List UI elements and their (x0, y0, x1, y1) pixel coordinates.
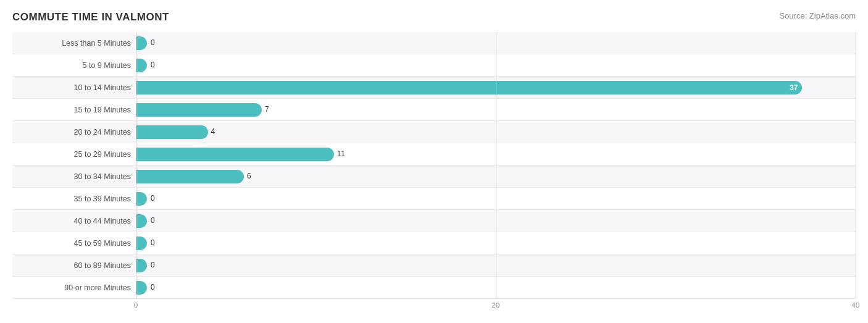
bar-fill (136, 59, 147, 72)
bar-row: 40 to 44 Minutes0 (12, 210, 856, 232)
bar-value: 0 (151, 216, 155, 225)
bar-label: 10 to 14 Minutes (12, 83, 136, 92)
bar-fill (136, 259, 147, 272)
bar-track: 11 (136, 148, 856, 161)
bar-row: 30 to 34 Minutes6 (12, 166, 856, 188)
bar-value: 6 (247, 172, 251, 180)
bar-value: 37 (790, 83, 798, 92)
bar-row: 45 to 59 Minutes0 (12, 232, 856, 254)
bar-fill (136, 148, 334, 161)
bar-track: 0 (136, 36, 856, 50)
bar-label: 20 to 24 Minutes (12, 128, 136, 136)
bar-track: 6 (136, 170, 856, 183)
bar-track: 0 (136, 214, 856, 228)
bar-track: 0 (136, 192, 856, 206)
chart-title: COMMUTE TIME IN VALMONT (12, 11, 169, 23)
bar-value: 7 (265, 105, 269, 114)
bar-value: 0 (151, 194, 155, 203)
bar-label: 30 to 34 Minutes (12, 172, 136, 181)
bar-track: 7 (136, 103, 856, 117)
bar-label: 90 or more Minutes (12, 283, 136, 292)
bar-row: 60 to 89 Minutes0 (12, 254, 856, 277)
chart-container: COMMUTE TIME IN VALMONT Source: ZipAtlas… (0, 0, 868, 323)
bar-track: 0 (136, 259, 856, 272)
bar-track: 37 (136, 81, 856, 94)
bar-label: 45 to 59 Minutes (12, 239, 136, 248)
bar-fill (136, 36, 147, 50)
bar-value: 11 (337, 149, 345, 158)
bar-value: 0 (151, 61, 155, 69)
bar-value: 0 (151, 38, 155, 47)
bar-label: 15 to 19 Minutes (12, 106, 136, 114)
bar-label: 35 to 39 Minutes (12, 195, 136, 203)
x-tick: 20 (492, 301, 500, 309)
bar-fill (136, 192, 147, 206)
bar-row: 5 to 9 Minutes0 (12, 54, 856, 77)
bar-value: 0 (151, 283, 155, 292)
bar-fill (136, 125, 208, 139)
bars-area: Less than 5 Minutes05 to 9 Minutes010 to… (12, 32, 856, 299)
bar-label: 40 to 44 Minutes (12, 217, 136, 225)
bar-row: 20 to 24 Minutes4 (12, 121, 856, 143)
bar-label: Less than 5 Minutes (12, 39, 136, 48)
x-axis: 02040 (136, 299, 856, 311)
bar-label: 5 to 9 Minutes (12, 61, 136, 70)
bar-row: Less than 5 Minutes0 (12, 32, 856, 54)
bar-track: 0 (136, 237, 856, 250)
bar-row: 90 or more Minutes0 (12, 277, 856, 299)
chart-source: Source: ZipAtlas.com (779, 11, 856, 20)
bar-fill (136, 237, 147, 250)
bar-value: 4 (211, 127, 215, 136)
bar-value: 0 (151, 238, 155, 247)
bar-label: 60 to 89 Minutes (12, 261, 136, 270)
bar-track: 4 (136, 125, 856, 139)
x-tick: 0 (134, 301, 138, 309)
bar-fill (136, 214, 147, 228)
bar-fill: 37 (136, 81, 802, 94)
bar-row: 35 to 39 Minutes0 (12, 188, 856, 210)
bar-fill (136, 170, 244, 183)
x-tick: 40 (852, 301, 860, 309)
bar-track: 0 (136, 59, 856, 72)
bar-row: 25 to 29 Minutes11 (12, 143, 856, 166)
bar-row: 10 to 14 Minutes37 (12, 77, 856, 99)
bar-label: 25 to 29 Minutes (12, 150, 136, 159)
bar-value: 0 (151, 261, 155, 269)
bar-track: 0 (136, 281, 856, 295)
chart-header: COMMUTE TIME IN VALMONT Source: ZipAtlas… (12, 11, 856, 23)
bar-fill (136, 103, 262, 117)
bar-fill (136, 281, 147, 295)
bar-row: 15 to 19 Minutes7 (12, 99, 856, 121)
grid-line (856, 32, 856, 299)
